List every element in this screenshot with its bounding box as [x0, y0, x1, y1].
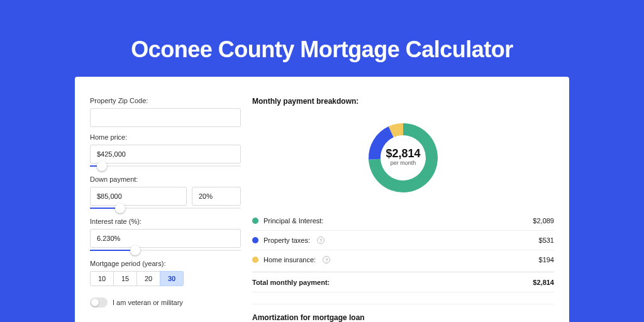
down-amount-input[interactable] — [90, 187, 187, 206]
principal-dot-icon — [252, 218, 258, 224]
zip-label: Property Zip Code: — [90, 97, 241, 104]
price-slider[interactable] — [90, 163, 241, 169]
down-label: Down payment: — [90, 175, 241, 183]
legend: Principal & Interest:$2,089Property taxe… — [252, 211, 554, 269]
donut-svg: $2,814 per month — [362, 117, 444, 199]
taxes-dot-icon — [252, 237, 258, 243]
period-group: Mortgage period (years): 10152030 — [90, 260, 241, 286]
principal-label: Principal & Interest: — [264, 217, 323, 225]
slider-thumb[interactable] — [97, 161, 107, 171]
rate-label: Interest rate (%): — [90, 218, 241, 225]
period-option-10[interactable]: 10 — [90, 271, 114, 286]
calculator-card: Property Zip Code: Home price: Down paym… — [75, 77, 569, 322]
total-row: Total monthly payment: $2,814 — [252, 272, 554, 292]
breakdown-column: Monthly payment breakdown: $2,814 per mo… — [252, 97, 554, 322]
insurance-dot-icon — [252, 257, 258, 263]
price-input[interactable] — [90, 145, 241, 164]
legend-row-insurance: Home insurance:?$194 — [252, 250, 554, 269]
donut-center-amount: $2,814 — [386, 147, 420, 160]
period-option-15[interactable]: 15 — [113, 271, 137, 286]
rate-input[interactable] — [90, 229, 241, 248]
price-group: Home price: — [90, 133, 241, 169]
amort-title: Amortization for mortgage loan — [252, 313, 554, 322]
form-column: Property Zip Code: Home price: Down paym… — [90, 97, 241, 322]
taxes-amount: $531 — [539, 236, 554, 244]
period-option-20[interactable]: 20 — [136, 271, 160, 286]
down-group: Down payment: — [90, 175, 241, 211]
veteran-label: I am veteran or military — [113, 299, 183, 306]
period-options: 10152030 — [90, 271, 241, 286]
legend-row-taxes: Property taxes:?$531 — [252, 231, 554, 250]
insurance-amount: $194 — [539, 256, 554, 264]
taxes-label: Property taxes: — [264, 236, 310, 244]
veteran-toggle[interactable] — [90, 297, 108, 308]
zip-group: Property Zip Code: — [90, 97, 241, 127]
rate-slider[interactable] — [90, 247, 241, 253]
zip-input[interactable] — [90, 108, 241, 127]
down-slider[interactable] — [90, 205, 241, 211]
veteran-row: I am veteran or military — [90, 297, 241, 308]
donut-center-sub: per month — [391, 160, 416, 166]
page-title: Oconee County Mortgage Calculator — [0, 0, 644, 77]
info-icon[interactable]: ? — [323, 256, 330, 264]
insurance-label: Home insurance: — [264, 256, 316, 264]
total-label: Total monthly payment: — [252, 279, 330, 286]
price-label: Home price: — [90, 133, 241, 141]
legend-row-principal: Principal & Interest:$2,089 — [252, 211, 554, 231]
info-icon[interactable]: ? — [317, 236, 325, 244]
slider-thumb[interactable] — [115, 203, 125, 213]
principal-amount: $2,089 — [533, 217, 554, 225]
total-amount: $2,814 — [533, 279, 554, 286]
donut-chart: $2,814 per month — [252, 113, 554, 211]
slider-thumb[interactable] — [130, 245, 140, 255]
rate-group: Interest rate (%): — [90, 218, 241, 253]
period-option-30[interactable]: 30 — [160, 271, 184, 286]
period-label: Mortgage period (years): — [90, 260, 241, 267]
divider — [252, 304, 554, 304]
breakdown-title: Monthly payment breakdown: — [252, 97, 554, 106]
down-pct-input[interactable] — [192, 187, 241, 206]
